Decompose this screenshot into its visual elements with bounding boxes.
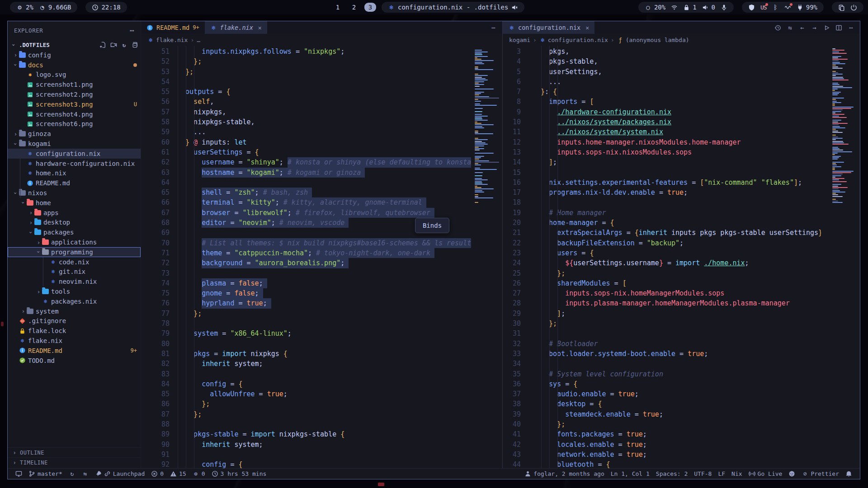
plug-indicator[interactable]: 99% xyxy=(797,4,817,11)
tree-file-.gitignore[interactable]: .gitignore xyxy=(8,316,141,326)
tree-folder-docs[interactable]: ›docs xyxy=(8,60,141,70)
status-foglar-2-months-ago[interactable]: foglar, 2 months ago xyxy=(521,470,608,477)
gauge-indicator[interactable]: ◔9.66GB xyxy=(39,4,71,11)
status-remote-monitor-icon[interactable] xyxy=(12,470,25,477)
breadcrumb-item[interactable]: ❄flake.nix xyxy=(147,37,188,43)
tree-folder-nixos[interactable]: ›nixos xyxy=(8,188,141,198)
tree-folder-tools[interactable]: ›tools xyxy=(8,286,141,296)
shield-indicator[interactable] xyxy=(748,4,755,11)
new-file-icon[interactable] xyxy=(100,42,107,48)
circle-indicator[interactable]: ○20% xyxy=(645,4,665,11)
more-actions-icon[interactable]: ⋯ xyxy=(490,24,497,31)
minimap[interactable] xyxy=(831,46,859,468)
tree-file-flake.lock[interactable]: flake.lock xyxy=(8,326,141,336)
status-bell-icon[interactable] xyxy=(842,470,855,477)
tree-folder-kogami[interactable]: ›kogami xyxy=(8,139,141,149)
workspace-2[interactable]: 2 xyxy=(348,4,360,11)
breadcrumb[interactable]: kogami›❄configuration.nix›ƒ(anonymous la… xyxy=(503,34,860,46)
back-icon[interactable]: ← xyxy=(799,24,806,31)
tree-folder-packages[interactable]: ›packages xyxy=(8,227,141,237)
tree-folder-config[interactable]: ›config xyxy=(8,50,141,60)
forward-icon[interactable]: → xyxy=(811,24,818,31)
wifi-indicator[interactable] xyxy=(671,4,678,11)
status-sync-icon[interactable]: ↻ xyxy=(66,470,79,477)
sidebar-section-outline[interactable]: ›OUTLINE xyxy=(8,447,141,457)
tree-file-packages.nix[interactable]: ❄packages.nix xyxy=(8,296,141,306)
status-github-icon[interactable] xyxy=(785,470,798,477)
sidebar-section-timeline[interactable]: ›TIMELINE xyxy=(8,457,141,467)
status-prettier[interactable]: ⊘Prettier xyxy=(798,470,842,477)
status-ln-1-col-1[interactable]: Ln 1, Col 1 xyxy=(608,470,653,477)
speaker-indicator[interactable]: 0 xyxy=(702,4,715,11)
split-editor-icon[interactable] xyxy=(835,24,842,31)
collapse-all-icon[interactable] xyxy=(131,42,138,48)
minimap[interactable] xyxy=(473,46,501,468)
breadcrumb-item[interactable]: … xyxy=(197,37,200,43)
status-lf[interactable]: LF xyxy=(715,470,728,477)
tree-file-git.nix[interactable]: ❄git.nix xyxy=(8,267,141,277)
tree-folder-apps[interactable]: ›apps xyxy=(8,208,141,218)
lock-indicator[interactable]: 1 xyxy=(683,4,696,11)
status-spaces-2[interactable]: Spaces: 2 xyxy=(653,470,691,477)
status-nix[interactable]: Nix xyxy=(728,470,745,477)
breadcrumb-item[interactable]: kogami xyxy=(509,37,530,43)
status-compare-icon[interactable]: ⇆ xyxy=(79,470,92,477)
code-editor-configuration[interactable]: 3 pkgs,4 pkgs-stable,5 userSettings,6 ..… xyxy=(503,46,860,468)
tree-folder-system[interactable]: ›system xyxy=(8,306,141,316)
tree-file-readme.md[interactable]: README.md9+ xyxy=(8,346,141,356)
tree-file-code.nix[interactable]: ❄code.nix xyxy=(8,257,141,267)
tree-file-screenshot2.png[interactable]: screenshot2.png xyxy=(8,89,141,99)
tree-file-readme.md[interactable]: README.md xyxy=(8,178,141,188)
compare-icon[interactable]: ⇆ xyxy=(787,24,793,31)
status-15[interactable]: 15 xyxy=(167,470,189,477)
workspace-3[interactable]: 3 xyxy=(364,3,376,12)
status-utf-8[interactable]: UTF-8 xyxy=(691,470,715,477)
tree-folder-home[interactable]: ›home xyxy=(8,198,141,208)
tree-folder-applications[interactable]: ›applications xyxy=(8,237,141,247)
status-go-live[interactable]: Go Live xyxy=(745,470,786,477)
clipboard-indicator[interactable] xyxy=(838,4,845,11)
status-0[interactable]: ⊚0 xyxy=(189,470,208,477)
refresh-icon[interactable]: ↻ xyxy=(121,42,127,48)
tree-file-hardware-configuration.nix[interactable]: ❄hardware-configuration.nix xyxy=(8,159,141,169)
tree-file-screenshot4.png[interactable]: screenshot4.png xyxy=(8,109,141,119)
tab-flake.nix[interactable]: ❄flake.nix✕ xyxy=(205,21,267,34)
tree-folder-programming[interactable]: ›programming xyxy=(8,247,141,257)
tree-folder-desktop[interactable]: ›desktop xyxy=(8,218,141,228)
tree-file-neovim.nix[interactable]: ❄neovim.nix xyxy=(8,277,141,286)
keyboard-layout-indicator[interactable]: US xyxy=(760,4,767,11)
bluetooth-indicator[interactable]: ᛒ xyxy=(772,4,779,11)
tree-file-configuration.nix[interactable]: ❄configuration.nix xyxy=(8,149,141,159)
breadcrumb-item[interactable]: ❄configuration.nix xyxy=(539,37,608,43)
close-tab-icon[interactable]: ✕ xyxy=(585,24,589,31)
history-icon[interactable] xyxy=(774,24,781,31)
tree-file-screenshot6.png[interactable]: screenshot6.png xyxy=(8,119,141,129)
workspace-1[interactable]: 1 xyxy=(332,4,344,11)
new-folder-icon[interactable] xyxy=(110,42,117,48)
wave-indicator[interactable] xyxy=(784,4,791,11)
clock-indicator[interactable]: 22:18 xyxy=(92,4,120,11)
mic-indicator[interactable] xyxy=(721,4,727,11)
tree-file-logo.svg[interactable]: ✱logo.svg xyxy=(8,70,141,80)
status-master[interactable]: master* xyxy=(25,470,66,477)
gear-indicator[interactable]: ⚙2% xyxy=(16,4,33,11)
status-launchpad[interactable]: Launchpad xyxy=(92,470,148,477)
tab-readme.md[interactable]: README.md9+ xyxy=(141,21,205,34)
workspace-root-row[interactable]: › .DOTFILES ↻ xyxy=(8,39,141,50)
tree-file-screenshot3.png[interactable]: screenshot3.pngU xyxy=(8,99,141,109)
close-tab-icon[interactable]: ✕ xyxy=(258,24,262,31)
breadcrumb-item[interactable]: ƒ(anonymous lambda) xyxy=(617,37,689,43)
tree-folder-ginoza[interactable]: ›ginoza xyxy=(8,129,141,139)
explorer-more-actions-icon[interactable]: ⋯ xyxy=(130,26,134,35)
tree-file-home.nix[interactable]: ❄home.nix xyxy=(8,169,141,178)
status-0[interactable]: 0 xyxy=(148,470,167,477)
run-icon[interactable] xyxy=(823,24,830,31)
tree-file-todo.md[interactable]: TODO.md xyxy=(8,356,141,366)
tree-file-screenshot1.png[interactable]: screenshot1.png xyxy=(8,80,141,89)
more-actions-icon[interactable]: ⋯ xyxy=(848,24,854,31)
tree-file-flake.nix[interactable]: ❄flake.nix xyxy=(8,336,141,346)
status-3-hrs-53-mins[interactable]: 3 hrs 53 mins xyxy=(208,470,270,477)
tab-configuration.nix[interactable]: ❄configuration.nix✕ xyxy=(503,21,594,34)
breadcrumb[interactable]: ❄flake.nix›… xyxy=(141,34,502,46)
power-indicator[interactable] xyxy=(850,4,857,11)
